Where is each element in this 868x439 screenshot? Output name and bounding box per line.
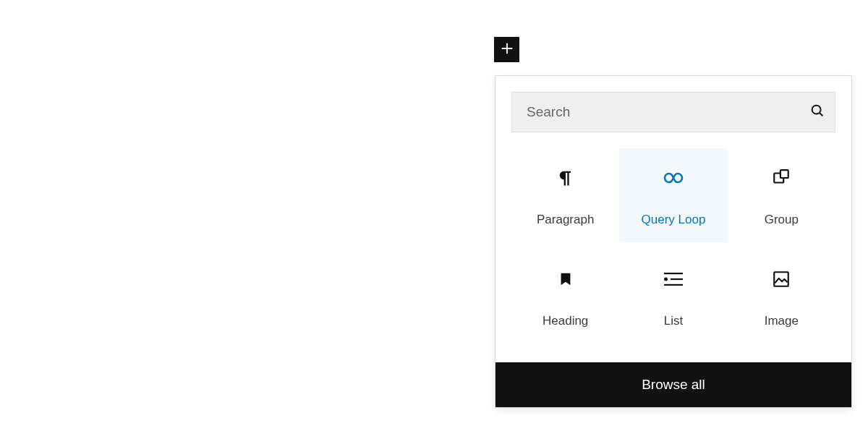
block-item-heading[interactable]: Heading [511, 250, 619, 344]
block-label: Paragraph [537, 213, 594, 227]
block-item-image[interactable]: Image [728, 250, 835, 344]
block-item-query-loop[interactable]: Query Loop [619, 148, 727, 242]
block-label: Image [765, 314, 799, 328]
block-label: List [664, 314, 683, 328]
browse-all-label: Browse all [642, 377, 705, 393]
add-block-button[interactable] [494, 37, 519, 62]
svg-line-3 [820, 113, 822, 116]
svg-rect-5 [780, 170, 788, 178]
search-input[interactable] [512, 104, 800, 120]
block-label: Group [765, 213, 799, 227]
search-button[interactable] [800, 93, 835, 132]
svg-rect-6 [664, 273, 683, 274]
svg-rect-9 [664, 284, 683, 286]
list-icon [664, 271, 683, 290]
pilcrow-icon [556, 168, 576, 191]
svg-rect-8 [671, 278, 683, 280]
svg-point-7 [664, 278, 668, 281]
search-box [511, 92, 835, 132]
block-label: Query Loop [642, 213, 706, 227]
plus-icon [499, 41, 515, 59]
svg-rect-10 [775, 272, 789, 286]
block-item-paragraph[interactable]: Paragraph [511, 148, 619, 242]
block-label: Heading [542, 314, 588, 328]
block-item-group[interactable]: Group [728, 148, 835, 242]
browse-all-button[interactable]: Browse all [495, 362, 851, 407]
block-inserter-panel: Paragraph Query Loop [495, 75, 852, 408]
image-icon [772, 270, 791, 291]
block-grid: Paragraph Query Loop [495, 148, 851, 362]
group-icon [772, 169, 791, 190]
block-item-list[interactable]: List [619, 250, 727, 344]
search-icon [809, 103, 825, 122]
svg-point-2 [812, 106, 821, 114]
loop-icon [663, 171, 684, 188]
search-wrapper [495, 76, 851, 148]
bookmark-icon [558, 271, 574, 290]
